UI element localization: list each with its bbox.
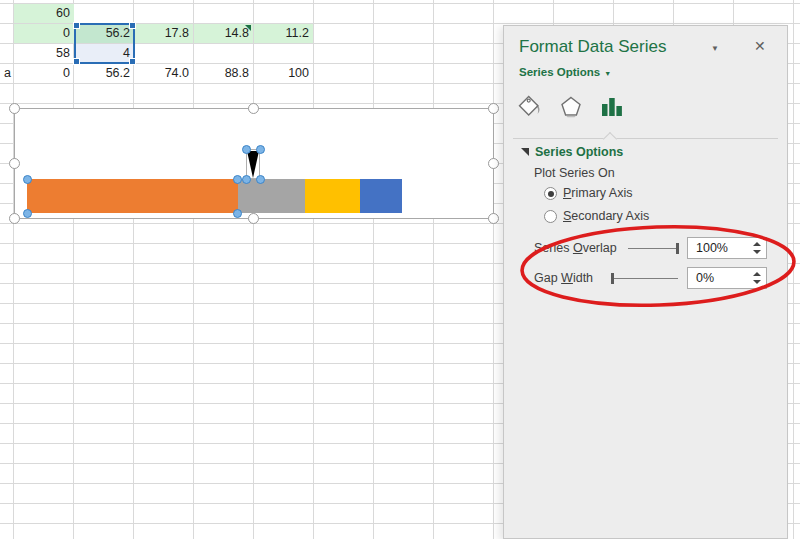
spreadsheet-cell[interactable]: 100 [254, 64, 313, 83]
chart-frame-handle[interactable] [9, 158, 20, 169]
cell-flag-icon [245, 25, 251, 31]
spreadsheet-cell[interactable]: 0 [14, 24, 74, 43]
bar-segment-segment-3[interactable] [305, 179, 361, 213]
stacked-bar[interactable] [27, 179, 402, 213]
gap-width-slider-thumb[interactable] [611, 273, 614, 284]
spreadsheet-cell[interactable]: 0 [14, 64, 74, 83]
series-overlap-label: Series Overlap [534, 241, 617, 255]
spin-up-icon[interactable] [753, 242, 761, 246]
bar-segment-segment-4[interactable] [360, 179, 402, 213]
spreadsheet-cell[interactable]: 60 [14, 4, 74, 23]
series-overlap-slider[interactable] [628, 248, 678, 249]
spin-down-icon[interactable] [753, 280, 761, 284]
chevron-down-icon: ▼ [604, 70, 611, 77]
tab-fill-line-icon[interactable] [517, 92, 543, 122]
datapoint-handle[interactable] [256, 175, 265, 184]
collapse-triangle-icon [521, 148, 529, 156]
plot-series-on-label: Plot Series On [534, 166, 615, 180]
format-data-series-pane: Format Data Series ▼ ✕ Series Options▼ [503, 25, 788, 539]
radio-secondary-axis-label[interactable]: Secondary Axis [563, 209, 649, 223]
bar-chart-icon [600, 95, 624, 119]
selection-handle[interactable] [129, 58, 136, 65]
spin-down-icon[interactable] [753, 250, 761, 254]
datapoint-handle[interactable] [256, 145, 265, 154]
chart-frame-handle[interactable] [248, 213, 259, 224]
datapoint-handle[interactable] [242, 175, 251, 184]
datapoint-handle[interactable] [23, 209, 32, 218]
datapoint-handle[interactable] [242, 145, 251, 154]
spin-up-icon[interactable] [753, 272, 761, 276]
radio-primary-axis[interactable] [544, 187, 557, 200]
radio-primary-axis-label[interactable]: Primary Axis [563, 186, 632, 200]
spreadsheet-cell[interactable]: a [2, 64, 13, 83]
gap-width-slider[interactable] [611, 278, 678, 279]
chart-frame-handle[interactable] [9, 213, 20, 224]
spreadsheet-cell[interactable]: 56.2 [75, 64, 134, 83]
selected-tab-notch [603, 132, 617, 146]
spreadsheet-cell[interactable]: 11.2 [254, 24, 313, 43]
radio-secondary-axis[interactable] [544, 210, 557, 223]
tab-effects-icon[interactable] [558, 92, 584, 122]
gap-width-spinner[interactable]: 0% [687, 267, 767, 289]
spreadsheet-cell[interactable]: 17.8 [135, 24, 193, 43]
gap-width-value[interactable]: 0% [696, 268, 714, 288]
selection-handle[interactable] [73, 58, 80, 65]
pane-menu-caret-icon[interactable]: ▼ [711, 44, 719, 53]
tab-series-options[interactable]: Series Options▼ [519, 66, 611, 78]
gap-width-label: Gap Width [534, 271, 593, 285]
chart-frame-handle[interactable] [248, 103, 259, 114]
selection-handle[interactable] [73, 22, 80, 29]
series-overlap-spinner[interactable]: 100% [687, 237, 767, 259]
section-series-options[interactable]: Series Options [521, 145, 623, 159]
spreadsheet-cell[interactable]: 74.0 [135, 64, 193, 83]
datapoint-handle[interactable] [23, 175, 32, 184]
pentagon-icon [559, 95, 583, 119]
datapoint-handle[interactable] [233, 175, 242, 184]
down-arrow-icon [247, 151, 259, 178]
chart-frame-handle[interactable] [488, 103, 499, 114]
spreadsheet-cell[interactable]: 58 [14, 44, 74, 63]
tab-series-options-icon[interactable] [599, 92, 625, 122]
series-overlap-value[interactable]: 100% [696, 238, 728, 258]
bar-segment-segment-2[interactable] [238, 179, 305, 213]
series-overlap-slider-thumb[interactable] [676, 243, 679, 254]
selection-handle[interactable] [129, 22, 136, 29]
paint-bucket-icon [518, 95, 542, 119]
pane-title: Format Data Series [519, 37, 666, 57]
range-selection[interactable] [74, 23, 135, 64]
excel-window: 60056.217.814.811.2584a056.274.088.8100 … [0, 0, 800, 539]
divider [513, 138, 778, 139]
chart-frame-handle[interactable] [488, 158, 499, 169]
pane-close-icon[interactable]: ✕ [754, 38, 766, 54]
spreadsheet-cell[interactable]: 88.8 [194, 64, 253, 83]
datapoint-handle[interactable] [233, 209, 242, 218]
chart-frame-handle[interactable] [9, 103, 20, 114]
chart-frame-handle[interactable] [488, 213, 499, 224]
bar-segment-segment-1[interactable] [27, 179, 238, 213]
